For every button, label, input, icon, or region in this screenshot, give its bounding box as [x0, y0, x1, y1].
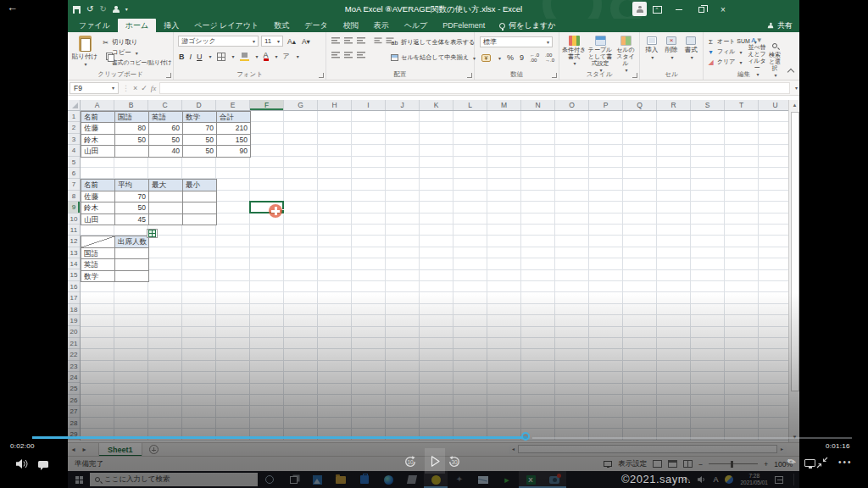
name-box[interactable]: F9▾	[70, 82, 119, 94]
row-header-14[interactable]: 14	[68, 258, 80, 269]
row-header-25[interactable]: 25	[68, 383, 80, 394]
cell[interactable]: 国語	[81, 248, 115, 259]
taskbar-recorder-icon[interactable]	[542, 471, 566, 488]
progress-bar-played[interactable]	[32, 436, 527, 439]
close-button[interactable]: ×	[713, 0, 733, 19]
borders-icon[interactable]	[217, 53, 225, 61]
volume-tray-icon[interactable]	[697, 475, 706, 484]
cell[interactable]	[183, 191, 217, 202]
cell[interactable]	[183, 214, 217, 225]
column-header-P[interactable]: P	[589, 100, 623, 110]
column-header-D[interactable]: D	[182, 100, 216, 110]
column-header-G[interactable]: G	[284, 100, 318, 110]
row-header-9[interactable]: 9	[68, 202, 80, 213]
forward-button[interactable]: 30	[447, 454, 462, 473]
taskbar-excel-icon[interactable]: X	[519, 471, 542, 488]
format-cells-button[interactable]: 書式▾	[682, 36, 700, 69]
display-settings-label[interactable]: 表示設定	[618, 459, 647, 469]
column-header-L[interactable]: L	[453, 100, 487, 110]
tab-ヘルプ[interactable]: ヘルプ	[397, 19, 436, 32]
page-layout-view-icon[interactable]	[668, 460, 677, 468]
row-header-20[interactable]: 20	[68, 326, 80, 337]
tab-ホーム[interactable]: ホーム	[118, 19, 156, 32]
ribbon-collapse-button[interactable]	[784, 32, 799, 80]
decrease-font-icon[interactable]: A▾	[300, 37, 312, 46]
row-header-18[interactable]: 18	[68, 304, 80, 315]
ribbon-display-options-button[interactable]: ^	[647, 0, 667, 19]
progress-bar-remaining[interactable]	[532, 437, 852, 439]
row-header-19[interactable]: 19	[68, 315, 80, 326]
bold-button[interactable]: B	[179, 53, 185, 61]
cell-styles-button[interactable]: セルのスタイル▾	[614, 36, 637, 69]
horizontal-scroll-thumb[interactable]	[518, 445, 777, 453]
phonetic-guide-icon[interactable]: ア	[283, 52, 290, 61]
cell[interactable]: 英語	[81, 259, 115, 270]
cell[interactable]: 70	[115, 191, 149, 202]
row-header-28[interactable]: 28	[68, 418, 80, 429]
cell[interactable]	[149, 214, 183, 225]
cell[interactable]: 佐藤	[81, 123, 115, 134]
scroll-right-icon[interactable]: ▸	[777, 445, 787, 454]
row-header-12[interactable]: 12	[68, 236, 80, 247]
tab-PDFelement[interactable]: PDFelement	[435, 19, 492, 32]
insert-function-icon[interactable]: fx	[151, 84, 157, 92]
vertical-scrollbar[interactable]: ▲ ▼	[788, 100, 799, 442]
italic-button[interactable]: I	[190, 53, 192, 61]
autofill-options-button[interactable]	[147, 229, 158, 238]
volume-icon[interactable]	[15, 458, 28, 473]
tab-表示[interactable]: 表示	[366, 19, 397, 32]
scroll-left-icon[interactable]: ◂	[509, 445, 518, 454]
normal-view-icon[interactable]	[653, 460, 662, 468]
formula-bar-expand-icon[interactable]: ▾	[795, 85, 798, 91]
cell[interactable]: 50	[115, 135, 149, 146]
cell[interactable]: 50	[115, 202, 149, 214]
taskbar-app-dark-icon[interactable]: ✦	[448, 471, 471, 488]
row-header-27[interactable]: 27	[68, 406, 80, 417]
column-header-K[interactable]: K	[420, 100, 453, 110]
fill-color-icon[interactable]	[240, 53, 249, 61]
taskbar-file-explorer-icon[interactable]	[329, 471, 353, 488]
column-header-U[interactable]: U	[759, 100, 788, 110]
exit-fullscreen-icon[interactable]	[816, 457, 828, 472]
display-settings-icon[interactable]	[604, 461, 612, 467]
cut-button[interactable]: ✂切り取り	[102, 37, 172, 47]
row-header-23[interactable]: 23	[68, 361, 80, 372]
column-header-J[interactable]: J	[386, 100, 420, 110]
column-header-R[interactable]: R	[657, 100, 691, 110]
progress-handle[interactable]	[521, 432, 530, 441]
row-header-6[interactable]: 6	[68, 168, 80, 179]
player-back-icon[interactable]: ←	[7, 1, 18, 14]
percent-style-icon[interactable]: %	[507, 53, 514, 62]
taskbar-store-icon[interactable]	[353, 471, 376, 488]
row-header-7[interactable]: 7	[68, 179, 80, 190]
page-break-view-icon[interactable]	[683, 460, 693, 468]
tell-me-box[interactable]: 何をしますか	[499, 19, 555, 32]
cell[interactable]	[149, 202, 183, 214]
row-header-13[interactable]: 13	[68, 247, 80, 258]
cell[interactable]: 山田	[81, 214, 115, 225]
tab-ページ レイアウト[interactable]: ページ レイアウト	[186, 19, 266, 32]
taskbar-mail-icon[interactable]	[471, 471, 495, 488]
clipboard-dialog-launcher[interactable]	[166, 73, 171, 78]
taskbar-clock[interactable]: 7:28 2021/05/01	[740, 473, 768, 486]
zoom-in-icon[interactable]: +	[764, 460, 768, 469]
row-header-26[interactable]: 26	[68, 395, 80, 406]
action-center-icon[interactable]	[775, 476, 783, 484]
increase-decimal-icon[interactable]: ←.0.00	[530, 53, 539, 63]
paste-button[interactable]: 貼り付け ▾	[71, 36, 98, 67]
subtitle-icon[interactable]	[37, 458, 49, 474]
sheet-tab-active[interactable]: Sheet1	[98, 443, 142, 457]
row-header-3[interactable]: 3	[68, 134, 80, 145]
column-header-Q[interactable]: Q	[623, 100, 657, 110]
format-as-table-button[interactable]: テーブルとして書式設定▾	[587, 36, 614, 69]
account-avatar[interactable]	[632, 2, 647, 16]
underline-dropdown[interactable]: ▾	[209, 53, 212, 59]
font-size-select[interactable]: 11▾	[261, 36, 283, 47]
decrease-decimal-icon[interactable]: .00→.0	[545, 53, 554, 63]
number-dialog-launcher[interactable]	[552, 73, 557, 78]
tab-挿入[interactable]: 挿入	[156, 19, 186, 32]
cell[interactable]: 210	[217, 123, 251, 134]
column-header-E[interactable]: E	[216, 100, 250, 110]
taskbar-app-gray-icon[interactable]	[400, 471, 424, 488]
increase-font-icon[interactable]: A▴	[286, 37, 298, 46]
